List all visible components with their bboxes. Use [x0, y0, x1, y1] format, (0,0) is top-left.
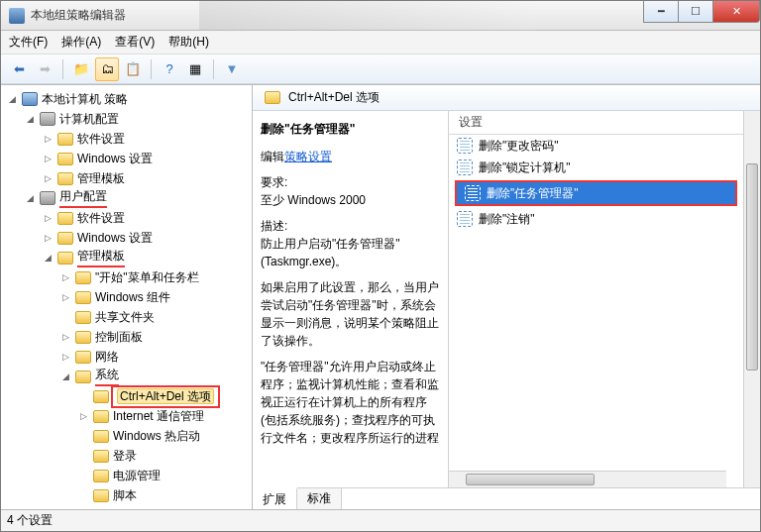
window-title: 本地组策略编辑器	[31, 7, 126, 24]
tree-item[interactable]: ▷网络	[58, 347, 252, 367]
expand-icon[interactable]: ▷	[43, 233, 54, 244]
app-icon	[9, 8, 25, 24]
folder-icon	[93, 450, 109, 463]
right-body: 删除"任务管理器" 编辑策略设置 要求:至少 Windows 2000 描述:防…	[253, 111, 760, 487]
tree-label: 控制面板	[95, 329, 143, 346]
item-label: 删除"注销"	[479, 211, 535, 228]
tree-label: 电源管理	[113, 468, 161, 484]
item-label: 删除"任务管理器"	[487, 185, 579, 202]
folder-icon	[57, 133, 73, 146]
tree-computer-config[interactable]: ◢计算机配置	[23, 109, 252, 129]
menu-view[interactable]: 查看(V)	[115, 34, 155, 51]
expand-icon[interactable]: ▷	[60, 272, 71, 283]
menu-help[interactable]: 帮助(H)	[168, 34, 209, 51]
titlebar[interactable]: 本地组策略编辑器 ━ ☐ ✕	[1, 1, 760, 31]
column-header[interactable]: 设置	[449, 111, 743, 135]
list-item[interactable]: 删除"注销"	[449, 208, 743, 230]
expand-icon[interactable]: ▷	[60, 292, 71, 303]
help-button[interactable]: ?	[158, 57, 181, 81]
folder-icon	[93, 470, 109, 482]
list-item-selected[interactable]: 删除"任务管理器"	[457, 182, 735, 204]
toolbar-separator	[62, 59, 63, 79]
toolbar-separator	[213, 59, 214, 79]
tree-label: 软件设置	[77, 210, 125, 227]
scroll-thumb[interactable]	[466, 474, 595, 485]
tree-item[interactable]: ▷控制面板	[58, 327, 252, 347]
folder-icon	[75, 271, 91, 284]
expand-icon[interactable]: ▷	[60, 332, 71, 343]
tree-item[interactable]: ▷"开始"菜单和任务栏	[58, 267, 252, 287]
show-tree-button[interactable]: 🗂	[95, 57, 119, 81]
tree-item[interactable]: ▷Windows 设置	[41, 228, 252, 248]
tree-item[interactable]: ▷Windows 组件	[58, 287, 252, 307]
back-button[interactable]: ⬅	[7, 57, 31, 81]
list-item[interactable]: 删除"更改密码"	[449, 135, 743, 157]
policy-title: 删除"任务管理器"	[261, 121, 440, 138]
scroll-thumb[interactable]	[746, 163, 758, 371]
desc-p2: 如果启用了此设置，那么，当用户尝试启动"任务管理器"时，系统会显示一则消息，说明…	[261, 278, 440, 350]
item-label: 删除"锁定计算机"	[479, 160, 571, 176]
expand-icon[interactable]: ▷	[43, 213, 54, 224]
properties-button[interactable]: ▦	[183, 57, 207, 81]
tree-label: "开始"菜单和任务栏	[95, 269, 199, 286]
list-item[interactable]: 删除"锁定计算机"	[449, 157, 743, 178]
tree-item[interactable]: 共享文件夹	[58, 307, 252, 327]
edit-policy-link[interactable]: 策略设置	[284, 150, 332, 163]
right-header-title: Ctrl+Alt+Del 选项	[288, 89, 380, 106]
maximize-button[interactable]: ☐	[678, 1, 713, 23]
tree-item[interactable]: 脚本	[76, 485, 252, 505]
expand-icon[interactable]: ▷	[43, 154, 54, 164]
tree-item[interactable]: Windows 热启动	[76, 426, 252, 446]
tree-item[interactable]: 登录	[76, 446, 252, 466]
setting-icon	[457, 160, 473, 175]
tree-label: 共享文件夹	[95, 309, 155, 326]
filter-button[interactable]: ▼	[220, 57, 244, 81]
horizontal-scrollbar[interactable]	[449, 471, 726, 487]
folder-up-button[interactable]: 📁	[69, 57, 93, 81]
edit-prefix: 编辑	[261, 150, 284, 163]
tree-ctrl-alt-del[interactable]: Ctrl+Alt+Del 选项	[76, 386, 252, 406]
collapse-icon[interactable]: ◢	[60, 372, 71, 382]
export-button[interactable]: 📋	[121, 57, 145, 81]
folder-icon	[75, 311, 91, 324]
settings-list[interactable]: 设置 删除"更改密码" 删除"锁定计算机" 删除"任务管理器" 删除"注销"	[449, 111, 743, 487]
computer-icon	[40, 112, 55, 126]
collapse-icon[interactable]: ◢	[7, 94, 18, 105]
glass-blur	[199, 1, 536, 31]
folder-icon	[57, 232, 73, 245]
collapse-icon[interactable]: ◢	[25, 193, 36, 204]
collapse-icon[interactable]: ◢	[25, 114, 36, 125]
expand-icon[interactable]: ▷	[78, 411, 89, 422]
expand-icon[interactable]: ▷	[43, 134, 54, 145]
tree-item[interactable]: ▷软件设置	[41, 129, 252, 149]
tree-system[interactable]: ◢系统	[58, 367, 252, 386]
setting-icon	[465, 185, 481, 201]
tab-extended[interactable]: 扩展	[253, 487, 297, 509]
expand-icon[interactable]: ▷	[43, 173, 54, 184]
vertical-scrollbar[interactable]	[743, 111, 760, 487]
tree-pane[interactable]: ◢本地计算机 策略 ◢计算机配置 ▷软件设置 ▷Windows 设置 ▷管理模板…	[1, 85, 253, 509]
tab-standard[interactable]: 标准	[297, 488, 342, 509]
expand-icon[interactable]: ▷	[60, 352, 71, 363]
tree-item[interactable]: ▷Internet 通信管理	[76, 406, 252, 426]
tree-item[interactable]: ▷软件设置	[41, 208, 252, 228]
menu-file[interactable]: 文件(F)	[9, 34, 48, 51]
tree-item[interactable]: ▷Windows 设置	[41, 149, 252, 168]
view-tabs: 扩展 标准	[253, 487, 760, 509]
collapse-icon[interactable]: ◢	[43, 253, 54, 264]
tree-user-config[interactable]: ◢用户配置	[23, 188, 252, 208]
folder-icon	[93, 430, 109, 443]
status-bar: 4 个设置	[1, 509, 760, 531]
close-button[interactable]: ✕	[712, 1, 760, 23]
tree-admin-templates[interactable]: ◢管理模板	[41, 248, 252, 267]
folder-icon	[57, 172, 73, 185]
minimize-button[interactable]: ━	[643, 1, 679, 23]
tree-root[interactable]: ◢本地计算机 策略	[5, 89, 252, 109]
menu-action[interactable]: 操作(A)	[61, 34, 101, 51]
tree-label: 本地计算机 策略	[42, 91, 128, 108]
tree-item[interactable]: ▷管理模板	[41, 168, 252, 188]
folder-icon	[75, 371, 91, 383]
folder-icon	[75, 351, 91, 364]
content-area: ◢本地计算机 策略 ◢计算机配置 ▷软件设置 ▷Windows 设置 ▷管理模板…	[1, 84, 760, 509]
tree-item[interactable]: 电源管理	[76, 466, 252, 485]
